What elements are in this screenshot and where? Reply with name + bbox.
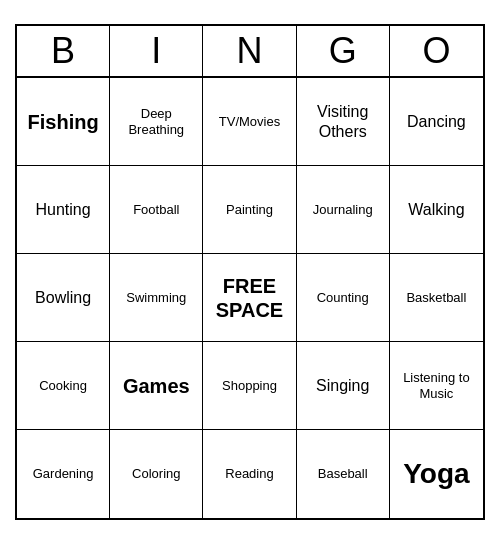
bingo-cell: FREE SPACE xyxy=(203,254,296,342)
header-letter: G xyxy=(297,26,390,76)
bingo-cell: Bowling xyxy=(17,254,110,342)
bingo-cell: TV/Movies xyxy=(203,78,296,166)
bingo-cell: Hunting xyxy=(17,166,110,254)
bingo-cell: Swimming xyxy=(110,254,203,342)
bingo-cell: Visiting Others xyxy=(297,78,390,166)
bingo-cell: Fishing xyxy=(17,78,110,166)
header-letter: B xyxy=(17,26,110,76)
header-letter: O xyxy=(390,26,483,76)
bingo-cell: Shopping xyxy=(203,342,296,430)
bingo-cell: Games xyxy=(110,342,203,430)
bingo-cell: Dancing xyxy=(390,78,483,166)
bingo-cell: Listening to Music xyxy=(390,342,483,430)
bingo-cell: Walking xyxy=(390,166,483,254)
bingo-cell: Gardening xyxy=(17,430,110,518)
bingo-cell: Deep Breathing xyxy=(110,78,203,166)
bingo-card: BINGO FishingDeep BreathingTV/MoviesVisi… xyxy=(15,24,485,520)
bingo-cell: Cooking xyxy=(17,342,110,430)
bingo-cell: Singing xyxy=(297,342,390,430)
bingo-cell: Baseball xyxy=(297,430,390,518)
bingo-cell: Painting xyxy=(203,166,296,254)
bingo-cell: Journaling xyxy=(297,166,390,254)
bingo-grid: FishingDeep BreathingTV/MoviesVisiting O… xyxy=(17,78,483,518)
bingo-cell: Counting xyxy=(297,254,390,342)
bingo-cell: Basketball xyxy=(390,254,483,342)
bingo-cell: Football xyxy=(110,166,203,254)
bingo-cell: Yoga xyxy=(390,430,483,518)
bingo-cell: Reading xyxy=(203,430,296,518)
bingo-cell: Coloring xyxy=(110,430,203,518)
header-letter: I xyxy=(110,26,203,76)
header-letter: N xyxy=(203,26,296,76)
bingo-header: BINGO xyxy=(17,26,483,78)
